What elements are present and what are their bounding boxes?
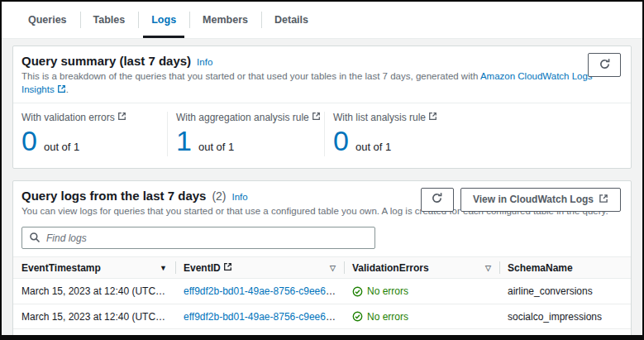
refresh-summary-button[interactable] — [588, 53, 621, 77]
validation-status: No errors — [367, 311, 408, 323]
view-all-logs-link[interactable]: View all logs in CloudWatch Logs — [237, 334, 408, 340]
search-row — [13, 223, 631, 256]
find-logs-input[interactable] — [21, 227, 375, 249]
metric-suffix: out of 1 — [355, 141, 391, 153]
column-label: EventTimestamp — [21, 262, 101, 274]
external-link-icon — [223, 262, 232, 274]
column-header-validationerrors[interactable]: ValidationErrors ▽ — [344, 257, 499, 278]
refresh-logs-button[interactable] — [421, 188, 454, 212]
query-summary-description: This is a breakdown of the queries that … — [21, 70, 623, 97]
console-page: Queries Tables Logs Members Details Quer… — [0, 0, 644, 340]
external-link-icon[interactable] — [117, 112, 126, 123]
external-link-icon — [57, 84, 66, 98]
tab-bar: Queries Tables Logs Members Details — [2, 2, 642, 39]
sort-descending-icon[interactable]: ▼ — [160, 264, 167, 272]
external-link-icon[interactable] — [428, 112, 437, 123]
cell-eventtimestamp: March 15, 2023 at 12:40 (UTC+08) — [13, 285, 175, 297]
query-summary-info-link[interactable]: Info — [197, 57, 212, 67]
description-text: This is a breakdown of the queries that … — [21, 71, 478, 81]
logs-table-header: EventTimestamp ▼ EventID ▽ ValidationErr… — [13, 256, 631, 279]
cell-schemaname: airline_conversions — [499, 285, 631, 297]
query-logs-count: (2) — [212, 189, 226, 203]
view-in-cloudwatch-label: View in CloudWatch Logs — [473, 194, 594, 205]
tab-tables[interactable]: Tables — [80, 2, 139, 38]
metric-value: 0 — [333, 127, 349, 156]
metric-label: With aggregation analysis rule — [176, 112, 309, 123]
view-in-cloudwatch-button[interactable]: View in CloudWatch Logs — [460, 188, 621, 212]
table-footer: View all logs in CloudWatch Logs — [13, 328, 631, 340]
description-period: . — [66, 84, 69, 94]
eventid-link[interactable]: eff9df2b-bd01-49ae-8756-c9ee6cbb5… — [184, 311, 344, 323]
metric-validation-errors: With validation errors 0 out of 1 — [13, 112, 167, 156]
tab-details[interactable]: Details — [261, 2, 322, 38]
tab-logs[interactable]: Logs — [138, 2, 189, 38]
external-link-icon[interactable] — [312, 112, 321, 123]
query-summary-panel: Query summary (last 7 days) Info This is… — [12, 45, 632, 169]
eventid-link[interactable]: eff9df2b-bd01-49ae-8756-c9ee6cbb5… — [184, 285, 344, 297]
cell-eventtimestamp: March 15, 2023 at 12:40 (UTC+08) — [13, 311, 175, 323]
query-logs-title: Query logs from the last 7 days — [21, 189, 206, 203]
query-logs-info-link[interactable]: Info — [232, 192, 248, 202]
table-row: March 15, 2023 at 12:40 (UTC+08) eff9df2… — [13, 279, 631, 304]
column-label: ValidationErrors — [352, 262, 429, 274]
check-circle-icon — [352, 311, 363, 322]
metric-aggregation-rule: With aggregation analysis rule 1 out of … — [167, 112, 324, 156]
metric-label: With validation errors — [21, 112, 115, 123]
cell-eventid: eff9df2b-bd01-49ae-8756-c9ee6cbb5… — [175, 311, 344, 323]
metric-value: 0 — [21, 127, 37, 156]
cell-validationerrors: No errors — [344, 285, 499, 297]
validation-status: No errors — [367, 285, 408, 297]
external-link-icon — [599, 194, 608, 206]
metric-suffix: out of 1 — [198, 141, 234, 153]
search-icon — [29, 232, 41, 247]
query-logs-header: Query logs from the last 7 days (2) Info… — [13, 181, 631, 224]
external-link-icon — [397, 334, 407, 340]
metric-label: With list analysis rule — [333, 112, 426, 123]
metric-list-rule: With list analysis rule 0 out of 1 — [324, 112, 631, 156]
query-logs-panel: Query logs from the last 7 days (2) Info… — [12, 180, 632, 340]
column-header-eventtimestamp[interactable]: EventTimestamp ▼ — [13, 257, 175, 278]
column-header-schemaname[interactable]: SchemaName — [499, 257, 631, 278]
tab-members[interactable]: Members — [189, 2, 261, 38]
metric-value: 1 — [176, 127, 192, 156]
query-summary-header: Query summary (last 7 days) Info This is… — [13, 46, 631, 103]
cell-schemaname: socialco_impressions — [499, 311, 631, 323]
metric-suffix: out of 1 — [44, 141, 79, 153]
logs-table: EventTimestamp ▼ EventID ▽ ValidationErr… — [13, 256, 631, 340]
column-label: SchemaName — [508, 262, 573, 274]
tab-queries[interactable]: Queries — [15, 2, 80, 38]
column-label: EventID — [184, 262, 221, 274]
cell-validationerrors: No errors — [344, 311, 499, 323]
view-all-logs-label: View all logs in CloudWatch Logs — [237, 334, 395, 340]
sort-icon[interactable]: ▽ — [330, 264, 336, 272]
cell-eventid: eff9df2b-bd01-49ae-8756-c9ee6cbb5… — [175, 285, 344, 297]
refresh-icon — [599, 58, 611, 73]
sort-icon[interactable]: ▽ — [485, 264, 491, 272]
query-summary-title: Query summary (last 7 days) — [21, 54, 191, 68]
table-row: March 15, 2023 at 12:40 (UTC+08) eff9df2… — [13, 304, 631, 328]
column-header-eventid[interactable]: EventID ▽ — [175, 257, 344, 278]
summary-metrics: With validation errors 0 out of 1 With a… — [13, 103, 631, 168]
refresh-icon — [431, 192, 443, 207]
check-circle-icon — [352, 286, 363, 297]
